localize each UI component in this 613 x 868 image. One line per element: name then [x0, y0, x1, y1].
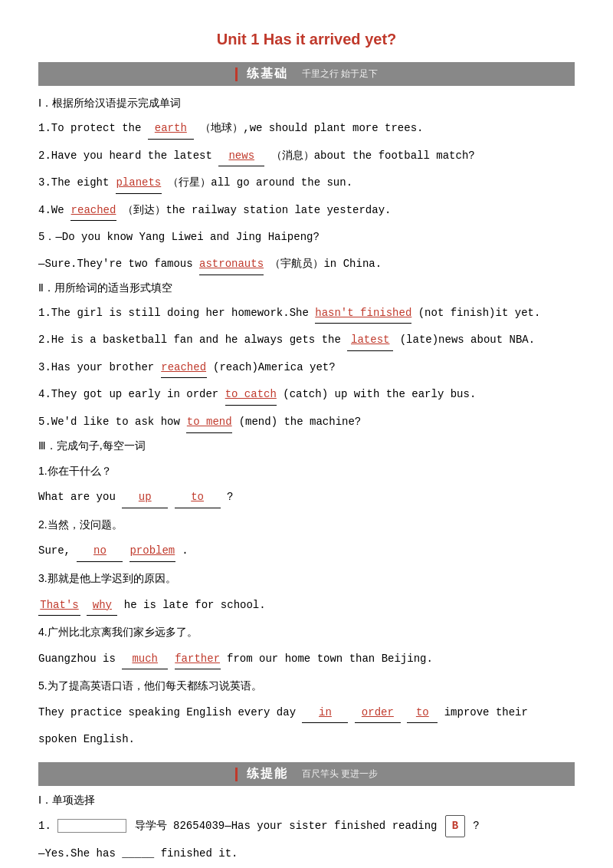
list-item: 3.Has your brother reached (reach)Americ…: [38, 357, 575, 379]
list-item: spoken English.: [38, 729, 575, 750]
section2-part1-label: Ⅰ．单项选择: [38, 794, 575, 807]
blank-reached1: reached: [70, 200, 116, 222]
part2-label: Ⅱ．用所给词的适当形式填空: [38, 281, 575, 295]
section2-bar-icon: [235, 768, 238, 781]
list-item: 1. 导学号 82654039—Has your sister finished…: [38, 815, 575, 837]
list-item: Sure, no problem .: [38, 541, 575, 562]
blank-problem: problem: [129, 541, 175, 562]
section2-header-label: 练提能: [247, 766, 288, 782]
section2-header: 练提能 百尺竿头 更进一步: [38, 762, 575, 786]
blank-to-mend: to mend: [186, 412, 232, 433]
blank-to2: to: [407, 702, 438, 724]
blank-news: news: [218, 146, 264, 167]
blank-earth: earth: [148, 118, 194, 140]
list-item: 1.To protect the earth （地球）,we should pl…: [38, 118, 575, 140]
page-title: Unit 1 Has it arrived yet?: [38, 31, 575, 48]
list-item: 3.The eight planets （行星）all go around th…: [38, 173, 575, 194]
list-item: 5．—Do you know Yang Liwei and Jing Haipe…: [38, 227, 575, 248]
blank-why: why: [87, 595, 117, 616]
list-item: 2.当然，没问题。: [38, 515, 575, 535]
blank-latest: latest: [347, 330, 393, 351]
section1-header: 练基础 千里之行 始于足下: [38, 62, 575, 86]
list-item: 1.你在干什么？: [38, 461, 575, 482]
list-item: 2.He is a basketball fan and he always g…: [38, 330, 575, 351]
section1-header-label: 练基础: [247, 66, 288, 82]
blank-reached2: reached: [161, 357, 207, 379]
list-item: 2.Have you heard the latest news （消息）abo…: [38, 146, 575, 167]
list-item: 4.广州比北京离我们家乡远多了。: [38, 622, 575, 643]
blank-planets: planets: [116, 173, 162, 194]
list-item: That's why he is late for school.: [38, 595, 575, 616]
blank-thats: That's: [38, 595, 80, 616]
student-id-box[interactable]: [57, 819, 126, 833]
blank-astronauts: astronauts: [199, 254, 264, 275]
list-item: 5.We'd like to ask how to mend (mend) th…: [38, 412, 575, 433]
blank-order: order: [355, 702, 401, 724]
blank-to: to: [175, 487, 221, 508]
blank-no: no: [77, 541, 123, 562]
list-item: 4.We reached （到达）the railway station lat…: [38, 200, 575, 222]
list-item: Guangzhou is much farther from our home …: [38, 649, 575, 670]
list-item: —Yes.She has _____ finished it.: [38, 843, 575, 864]
part3-label: Ⅲ．完成句子,每空一词: [38, 439, 575, 453]
list-item: 5.为了提高英语口语，他们每天都练习说英语。: [38, 676, 575, 696]
blank-hasnt-finished: hasn't finished: [315, 303, 411, 324]
blank-much: much: [122, 649, 168, 670]
section1-subtitle: 千里之行 始于足下: [302, 67, 378, 81]
section1-bar-icon: [235, 67, 238, 81]
list-item: They practice speaking English every day…: [38, 702, 575, 724]
blank-farther: farther: [175, 649, 221, 670]
blank-in: in: [302, 702, 348, 724]
list-item: 3.那就是他上学迟到的原因。: [38, 568, 575, 589]
part1-label: Ⅰ．根据所给汉语提示完成单词: [38, 97, 575, 110]
list-item: —Sure.They're two famous astronauts （宇航员…: [38, 254, 575, 275]
section2-subtitle: 百尺竿头 更进一步: [302, 768, 378, 781]
answer-b: B: [445, 815, 465, 837]
blank-to-catch: to catch: [225, 384, 277, 406]
blank-up: up: [122, 487, 168, 508]
list-item: What are you up to ?: [38, 487, 575, 508]
list-item: 4.They got up early in order to catch (c…: [38, 384, 575, 406]
list-item: 1.The girl is still doing her homework.S…: [38, 303, 575, 324]
